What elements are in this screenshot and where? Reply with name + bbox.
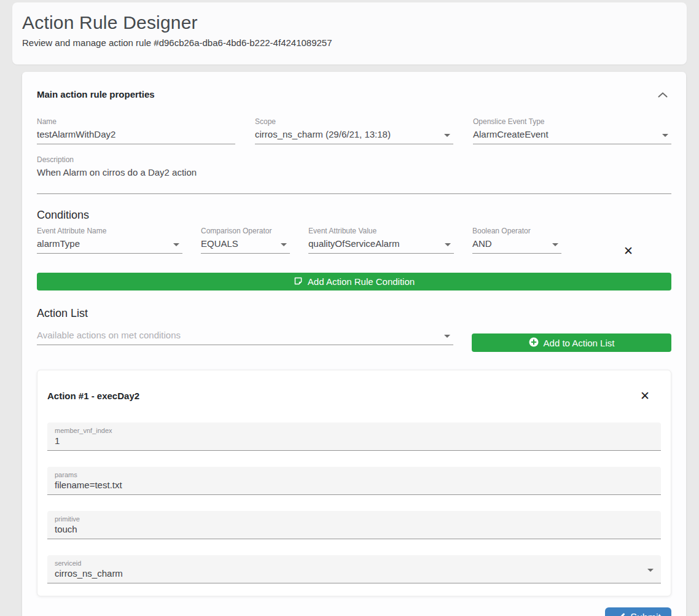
dropdown-arrow-icon xyxy=(444,134,450,137)
action-rule-form-card: Main action rule properties Name testAla… xyxy=(22,72,686,616)
params-label: params xyxy=(55,471,654,478)
collapse-section-button[interactable] xyxy=(654,87,671,103)
action-card: Action #1 - execDay2 ✕ member_vnf_index … xyxy=(37,370,671,596)
event-attribute-value-value[interactable]: qualityOfServiceAlarm xyxy=(308,237,454,254)
event-type-label: Openslice Event Type xyxy=(473,117,671,126)
event-type-value[interactable]: AlarmCreateEvent xyxy=(473,128,671,144)
event-attribute-name-label: Event Attribute Name xyxy=(37,227,182,235)
primitive-field[interactable]: primitive touch xyxy=(47,511,661,539)
event-attribute-value-label: Event Attribute Value xyxy=(308,227,454,235)
note-icon xyxy=(294,276,303,287)
boolean-operator-value[interactable]: AND xyxy=(472,237,561,254)
check-icon xyxy=(615,612,625,616)
add-to-action-list-label: Add to Action List xyxy=(544,338,615,348)
dropdown-arrow-icon xyxy=(647,569,654,572)
boolean-operator-label: Boolean Operator xyxy=(472,227,561,235)
member-vnf-index-label: member_vnf_index xyxy=(55,427,654,434)
dropdown-arrow-icon xyxy=(281,243,287,246)
remove-action-button[interactable]: ✕ xyxy=(638,388,652,404)
scope-value[interactable]: cirros_ns_charm (29/6/21, 13:18) xyxy=(255,128,453,144)
page-title: Action Rule Designer xyxy=(22,12,677,33)
dropdown-arrow-icon xyxy=(552,243,558,246)
close-icon: ✕ xyxy=(640,389,650,402)
submit-button-label: Submit xyxy=(630,612,661,616)
name-label: Name xyxy=(37,117,235,126)
description-input[interactable]: When Alarm on cirros do a Day2 action xyxy=(37,166,671,194)
params-field[interactable]: params filename=test.txt xyxy=(47,467,661,495)
description-field[interactable]: Description When Alarm on cirros do a Da… xyxy=(37,155,671,194)
add-condition-button-label: Add Action Rule Condition xyxy=(308,276,415,287)
primitive-input[interactable]: touch xyxy=(55,524,654,535)
description-label: Description xyxy=(37,155,671,164)
available-actions-placeholder[interactable]: Available actions on met conditions xyxy=(37,329,453,345)
event-attribute-name-select[interactable]: Event Attribute Name alarmType xyxy=(37,227,182,254)
add-condition-button[interactable]: Add Action Rule Condition xyxy=(37,273,671,290)
scope-select[interactable]: Scope cirros_ns_charm (29/6/21, 13:18) xyxy=(255,117,453,144)
comparison-operator-label: Comparison Operator xyxy=(201,227,290,235)
page-header: Action Rule Designer Review and manage a… xyxy=(12,2,687,64)
add-to-action-list-button[interactable]: Add to Action List xyxy=(472,333,671,352)
member-vnf-index-field[interactable]: member_vnf_index 1 xyxy=(47,423,661,451)
action-list-heading: Action List xyxy=(37,307,671,320)
boolean-operator-select[interactable]: Boolean Operator AND xyxy=(472,227,561,254)
member-vnf-index-input[interactable]: 1 xyxy=(55,435,654,446)
action-card-title: Action #1 - execDay2 xyxy=(47,391,139,401)
close-icon: ✕ xyxy=(623,244,633,257)
plus-circle-icon xyxy=(529,337,539,349)
primitive-label: primitive xyxy=(55,515,654,523)
condition-row: Event Attribute Name alarmType Compariso… xyxy=(37,227,671,259)
comparison-operator-select[interactable]: Comparison Operator EQUALS xyxy=(201,227,290,254)
serviceid-value[interactable]: cirros_ns_charm xyxy=(55,568,654,579)
params-input[interactable]: filename=test.txt xyxy=(55,480,654,491)
name-field[interactable]: Name testAlarmWithDay2 xyxy=(37,117,235,144)
serviceid-label: serviceid xyxy=(55,559,654,567)
dropdown-arrow-icon xyxy=(173,243,179,246)
available-actions-select[interactable]: Available actions on met conditions xyxy=(37,329,453,345)
submit-button[interactable]: Submit xyxy=(605,607,671,616)
dropdown-arrow-icon xyxy=(445,243,451,246)
event-type-select[interactable]: Openslice Event Type AlarmCreateEvent xyxy=(473,117,671,144)
chevron-up-icon xyxy=(658,89,668,99)
page-subtitle: Review and manage action rule #d96cb26a-… xyxy=(22,37,677,48)
main-properties-heading: Main action rule properties xyxy=(37,87,155,99)
event-attribute-value-select[interactable]: Event Attribute Value qualityOfServiceAl… xyxy=(308,227,454,254)
event-attribute-name-value[interactable]: alarmType xyxy=(37,237,182,254)
name-input[interactable]: testAlarmWithDay2 xyxy=(37,128,235,144)
scope-label: Scope xyxy=(255,117,453,126)
comparison-operator-value[interactable]: EQUALS xyxy=(201,237,290,254)
dropdown-arrow-icon xyxy=(444,335,450,338)
conditions-heading: Conditions xyxy=(37,209,671,222)
remove-condition-button[interactable]: ✕ xyxy=(621,243,636,259)
serviceid-select[interactable]: serviceid cirros_ns_charm xyxy=(47,555,661,583)
dropdown-arrow-icon xyxy=(662,134,668,137)
